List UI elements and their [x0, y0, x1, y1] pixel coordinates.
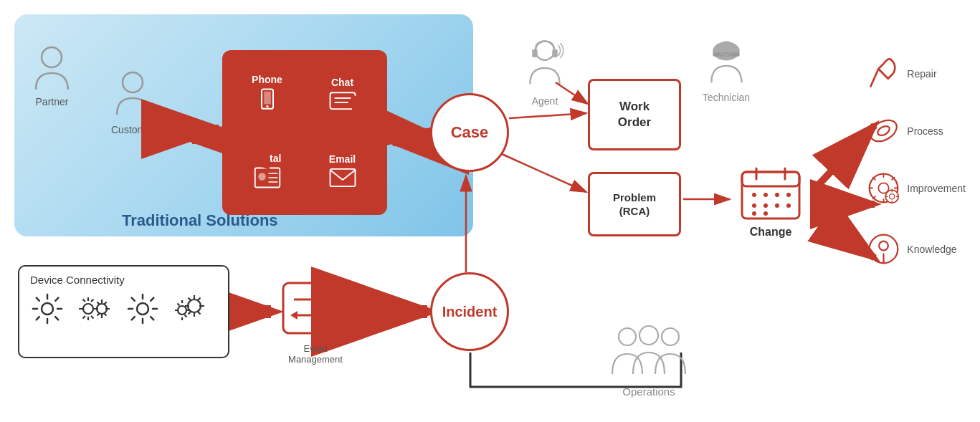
repair-label: Repair — [907, 68, 936, 80]
partner-figure: Partner — [32, 43, 72, 107]
device-connectivity-title: Device Connectivity — [30, 274, 217, 286]
svg-rect-21 — [742, 172, 799, 186]
improvement-icon — [867, 172, 900, 204]
case-label: Case — [451, 123, 489, 142]
work-order-box: WorkOrder — [588, 79, 681, 150]
channel-portal: Portal — [229, 133, 305, 208]
knowledge-label: Knowledge — [907, 244, 956, 255]
operations-label: Operations — [602, 385, 695, 398]
agent-figure: Agent — [523, 36, 566, 107]
svg-point-27 — [786, 193, 791, 197]
channel-phone: Phone — [229, 57, 305, 133]
svg-line-48 — [871, 69, 879, 86]
svg-point-34 — [42, 303, 53, 315]
process-label: Process — [907, 125, 943, 137]
svg-point-36 — [97, 304, 107, 314]
case-to-problem-arrow — [502, 154, 586, 192]
technician-figure: Technician — [703, 32, 750, 103]
incident-circle: Incident — [430, 272, 509, 351]
device-connectivity-box: Device Connectivity — [18, 265, 229, 358]
svg-rect-13 — [330, 168, 355, 186]
svg-point-17 — [713, 42, 740, 60]
svg-rect-15 — [532, 49, 538, 57]
svg-point-9 — [258, 173, 266, 181]
gear-icon-2 — [75, 292, 115, 326]
improvement-item: Improvement — [867, 172, 966, 204]
svg-rect-5 — [330, 92, 355, 109]
channels-box: Phone Chat Portal Email — [222, 50, 387, 215]
svg-rect-16 — [552, 49, 558, 57]
change-to-repair-arrow — [814, 125, 875, 190]
svg-point-33 — [763, 211, 768, 216]
process-icon — [867, 118, 900, 143]
svg-point-35 — [83, 304, 93, 314]
process-item: Process — [867, 118, 943, 143]
channel-email: Email — [305, 133, 380, 208]
agent-icon — [523, 36, 566, 90]
svg-point-4 — [266, 105, 268, 107]
svg-marker-44 — [290, 311, 298, 320]
phone-icon — [256, 88, 279, 117]
chat-icon — [329, 91, 356, 114]
work-order-label: WorkOrder — [618, 99, 651, 130]
svg-point-45 — [619, 328, 636, 345]
customer-icon — [113, 68, 153, 118]
calendar-svg — [738, 165, 803, 222]
svg-point-30 — [775, 203, 779, 208]
change-to-improvement-arrow — [814, 215, 875, 258]
email-icon — [329, 168, 356, 188]
channel-portal-label: Portal — [253, 153, 282, 164]
svg-point-37 — [137, 303, 148, 315]
device-gears-row — [30, 292, 217, 326]
event-management-label: EventManagement — [276, 343, 355, 365]
channel-chat: Chat — [305, 57, 380, 133]
repair-item: Repair — [867, 57, 936, 90]
svg-point-32 — [752, 211, 756, 216]
svg-point-50 — [876, 124, 891, 137]
svg-point-1 — [123, 72, 143, 92]
partner-label: Partner — [32, 96, 72, 107]
technician-label: Technician — [703, 92, 750, 103]
svg-point-28 — [752, 203, 756, 208]
operations-icon — [602, 322, 695, 380]
gear-icon-3 — [125, 292, 160, 326]
problem-rca-label: Problem(RCA) — [613, 191, 656, 219]
technician-icon — [703, 32, 750, 86]
channel-email-label: Email — [329, 153, 356, 165]
svg-rect-3 — [264, 91, 271, 104]
knowledge-icon — [867, 233, 900, 265]
problem-rca-box: Problem(RCA) — [588, 172, 681, 236]
svg-point-49 — [867, 118, 900, 143]
change-box: Change — [731, 165, 810, 236]
svg-point-46 — [639, 326, 658, 345]
svg-point-0 — [42, 47, 62, 67]
case-to-workorder-arrow — [509, 113, 586, 118]
repair-icon — [867, 57, 900, 90]
knowledge-item: Knowledge — [867, 233, 956, 265]
operations-figure: Operations — [602, 322, 695, 398]
partner-icon — [32, 43, 72, 93]
gear-icon-4 — [171, 292, 208, 326]
change-calendar-icon — [731, 165, 810, 222]
agent-label: Agent — [523, 95, 566, 107]
svg-point-47 — [662, 328, 679, 345]
customer-label: Customer — [111, 124, 155, 135]
svg-point-31 — [786, 203, 791, 208]
gear-icon-1 — [30, 292, 65, 326]
right-outcomes-section: Repair Process Improvement — [867, 57, 966, 265]
svg-rect-20 — [742, 172, 799, 219]
change-label: Change — [731, 226, 810, 239]
svg-point-26 — [775, 193, 779, 197]
svg-point-24 — [752, 193, 756, 197]
portal-icon — [254, 167, 281, 188]
incident-label: Incident — [442, 304, 498, 320]
channel-phone-label: Phone — [252, 74, 282, 85]
event-management-icon — [280, 279, 351, 337]
svg-point-29 — [763, 203, 768, 208]
case-circle: Case — [430, 93, 509, 172]
svg-point-38 — [178, 306, 186, 315]
svg-point-56 — [879, 241, 888, 251]
svg-marker-42 — [333, 295, 341, 304]
svg-rect-40 — [283, 283, 348, 333]
svg-point-25 — [763, 193, 768, 197]
